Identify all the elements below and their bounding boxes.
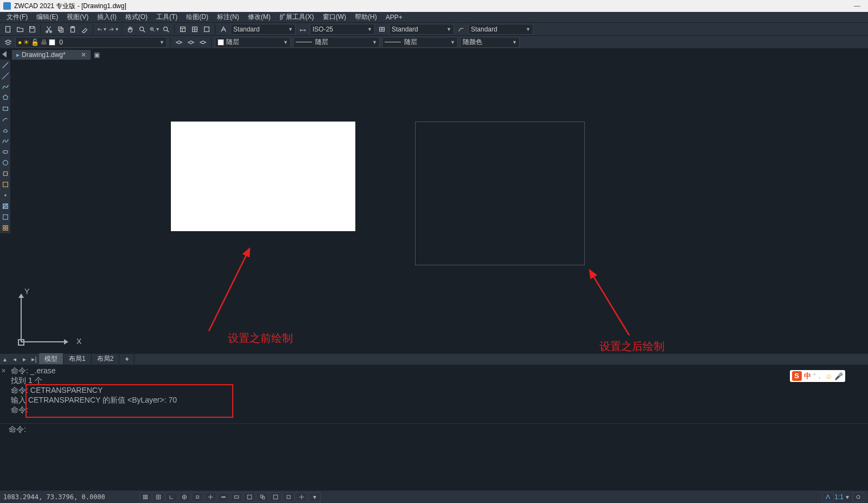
otrack-toggle-button[interactable] bbox=[205, 492, 216, 502]
tab-nav-prev-button[interactable]: ◂ bbox=[10, 354, 20, 364]
command-window[interactable]: ✕ 命令: _.erase 找到 1 个 命令: CETRANSPARENCY … bbox=[0, 364, 868, 435]
tool-palettes-button[interactable] bbox=[201, 24, 212, 35]
anno-visibility-button[interactable] bbox=[852, 492, 864, 502]
ime-mic-icon[interactable]: 🎤 bbox=[834, 372, 843, 380]
svg-point-16 bbox=[3, 161, 8, 165]
statusbar-more-button[interactable]: ▾ bbox=[309, 492, 321, 502]
textstyle-combo[interactable]: Standard▼ bbox=[231, 24, 296, 35]
make-current-button[interactable] bbox=[174, 37, 184, 48]
drawing-canvas[interactable]: 设置之前绘制 设置之后绘制 Y X bbox=[11, 60, 868, 353]
menu-window[interactable]: 窗口(W) bbox=[318, 12, 350, 22]
layer-props-button[interactable] bbox=[3, 37, 14, 48]
text-style-icon bbox=[218, 24, 229, 35]
menu-edit[interactable]: 编辑(E) bbox=[32, 12, 62, 22]
dimstyle-combo[interactable]: ISO-25▼ bbox=[310, 24, 375, 35]
hatch-tool-button[interactable] bbox=[1, 201, 10, 211]
quickprops-toggle-button[interactable] bbox=[296, 492, 308, 502]
undo-button[interactable]: ▾ bbox=[96, 24, 107, 35]
layout2-tab[interactable]: 布局2 bbox=[92, 353, 120, 365]
design-center-button[interactable] bbox=[189, 24, 200, 35]
line-tool-button[interactable] bbox=[1, 60, 10, 70]
tablestyle-combo[interactable]: Standard▼ bbox=[389, 24, 454, 35]
revcloud-tool-button[interactable] bbox=[1, 125, 10, 135]
menu-insert[interactable]: 插入(I) bbox=[93, 12, 120, 22]
layout1-tab[interactable]: 布局1 bbox=[63, 353, 92, 365]
mleaderstyle-combo[interactable]: Standard▼ bbox=[468, 24, 533, 35]
selection-toggle-button[interactable] bbox=[270, 492, 282, 502]
tab-menu-icon[interactable] bbox=[2, 51, 7, 58]
pan-button[interactable] bbox=[125, 24, 136, 35]
anno-scale-icon[interactable] bbox=[822, 492, 834, 502]
menu-file[interactable]: 文件(F) bbox=[2, 12, 32, 22]
new-tab-button[interactable]: ▣ bbox=[92, 49, 103, 60]
osnap-toggle-button[interactable] bbox=[192, 492, 203, 502]
spline-tool-button[interactable] bbox=[1, 136, 10, 146]
lineweight-toggle-button[interactable] bbox=[218, 492, 229, 502]
point-tool-button[interactable] bbox=[1, 190, 10, 200]
match-props-button[interactable] bbox=[79, 24, 90, 35]
paste-button[interactable] bbox=[67, 24, 78, 35]
make-block-button[interactable] bbox=[1, 180, 10, 189]
ellipse-tool-button[interactable] bbox=[1, 147, 10, 157]
minimize-button[interactable]: — bbox=[846, 0, 868, 12]
polygon-tool-button[interactable] bbox=[1, 93, 10, 103]
menu-draw[interactable]: 绘图(D) bbox=[182, 12, 213, 22]
plotstyle-combo[interactable]: 随颜色▼ bbox=[460, 37, 520, 48]
arc-tool-button[interactable] bbox=[1, 114, 10, 124]
zoom-previous-button[interactable] bbox=[161, 24, 171, 35]
transparency-toggle-button[interactable] bbox=[283, 492, 295, 502]
document-tab-active[interactable]: ▸ Drawing1.dwg* ✕ bbox=[12, 50, 91, 60]
new-file-button[interactable] bbox=[3, 24, 14, 35]
xline-tool-button[interactable] bbox=[1, 71, 10, 81]
zoom-realtime-button[interactable] bbox=[137, 24, 148, 35]
polar-toggle-button[interactable] bbox=[178, 492, 190, 502]
properties-button[interactable] bbox=[177, 24, 188, 35]
rectangle-tool-button[interactable] bbox=[1, 104, 10, 113]
transparent-rectangle-object[interactable] bbox=[415, 122, 585, 265]
menu-extra[interactable]: 扩展工具(X) bbox=[275, 12, 318, 22]
tab-nav-next-button[interactable]: ▸ bbox=[20, 354, 29, 364]
color-combo[interactable]: 随层▼ bbox=[215, 37, 291, 48]
menu-tools[interactable]: 工具(T) bbox=[152, 12, 182, 22]
lineweight-combo[interactable]: 随层▼ bbox=[382, 37, 458, 48]
add-layout-tab[interactable]: + bbox=[119, 354, 135, 364]
tab-nav-last-button[interactable]: ▸| bbox=[29, 354, 39, 364]
model-tab[interactable]: 模型 bbox=[39, 353, 63, 365]
cycling-toggle-button[interactable] bbox=[257, 492, 269, 502]
ime-indicator[interactable]: S 中 °， ☺ 🎤 bbox=[790, 370, 845, 382]
annotation-scale-label[interactable]: 1:1 bbox=[834, 493, 844, 501]
layer-combo[interactable]: ● ☀ 🔓 🖶 0 ▼ bbox=[15, 37, 167, 48]
region-tool-button[interactable] bbox=[1, 223, 10, 233]
ime-emoji-icon[interactable]: ☺ bbox=[825, 372, 832, 380]
copy-button[interactable] bbox=[55, 24, 66, 35]
insert-block-button[interactable] bbox=[1, 169, 10, 179]
grid-toggle-button[interactable] bbox=[152, 492, 164, 502]
snap-toggle-button[interactable] bbox=[139, 492, 151, 502]
close-command-button[interactable]: ✕ bbox=[1, 366, 6, 375]
cut-button[interactable] bbox=[43, 24, 54, 35]
redo-button[interactable]: ▾ bbox=[108, 24, 119, 35]
solid-rectangle-object[interactable] bbox=[171, 122, 355, 231]
linetype-combo[interactable]: 随层▼ bbox=[293, 37, 380, 48]
ortho-toggle-button[interactable] bbox=[165, 492, 177, 502]
model-toggle-button[interactable] bbox=[244, 492, 256, 502]
menu-view[interactable]: 视图(V) bbox=[62, 12, 93, 22]
open-file-button[interactable] bbox=[15, 24, 25, 35]
menu-modify[interactable]: 修改(M) bbox=[244, 12, 275, 22]
zoom-window-button[interactable]: ▾ bbox=[149, 24, 159, 35]
layer-previous-button[interactable] bbox=[186, 37, 196, 48]
menu-format[interactable]: 格式(O) bbox=[121, 12, 152, 22]
command-input[interactable] bbox=[26, 425, 868, 434]
layer-states-button[interactable] bbox=[197, 37, 208, 48]
dyn-input-toggle-button[interactable] bbox=[231, 492, 242, 502]
polyline-tool-button[interactable] bbox=[1, 82, 10, 92]
close-tab-button[interactable]: ✕ bbox=[81, 51, 86, 59]
save-button[interactable] bbox=[27, 24, 37, 35]
circle-tool-button[interactable] bbox=[1, 158, 10, 168]
anno-menu-button[interactable]: ▾ bbox=[846, 493, 849, 501]
menu-app[interactable]: APP+ bbox=[381, 14, 407, 21]
gradient-tool-button[interactable] bbox=[1, 212, 10, 222]
menu-help[interactable]: 帮助(H) bbox=[350, 12, 381, 22]
tab-nav-first-button[interactable]: ▴ bbox=[0, 354, 10, 364]
menu-dimension[interactable]: 标注(N) bbox=[213, 12, 244, 22]
